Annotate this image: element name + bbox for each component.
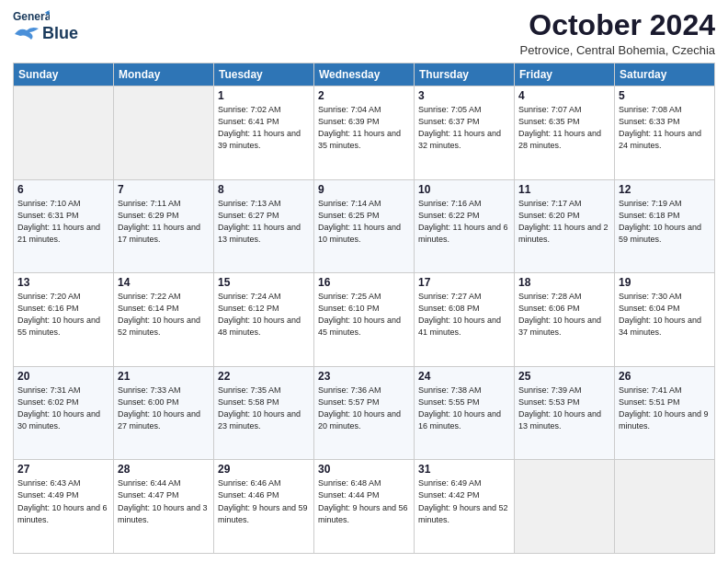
day-number: 20 (17, 370, 109, 383)
day-info: Sunrise: 7:41 AMSunset: 5:51 PMDaylight:… (619, 385, 711, 432)
table-row: 2Sunrise: 7:04 AMSunset: 6:39 PMDaylight… (314, 86, 415, 180)
table-row: 3Sunrise: 7:05 AMSunset: 6:37 PMDaylight… (415, 86, 515, 180)
day-info: Sunrise: 6:48 AMSunset: 4:44 PMDaylight:… (318, 477, 410, 525)
col-saturday: Saturday (615, 63, 715, 86)
table-row: 19Sunrise: 7:30 AMSunset: 6:04 PMDayligh… (615, 273, 715, 367)
title-block: October 2024 Petrovice, Central Bohemia,… (520, 9, 715, 57)
day-info: Sunrise: 7:24 AMSunset: 6:12 PMDaylight:… (218, 291, 310, 339)
col-thursday: Thursday (415, 63, 515, 86)
table-row: 28Sunrise: 6:44 AMSunset: 4:47 PMDayligh… (114, 460, 214, 554)
day-info: Sunrise: 7:28 AMSunset: 6:06 PMDaylight:… (518, 291, 610, 339)
day-info: Sunrise: 7:13 AMSunset: 6:27 PMDaylight:… (218, 198, 310, 246)
col-friday: Friday (515, 63, 615, 86)
day-info: Sunrise: 7:31 AMSunset: 6:02 PMDaylight:… (17, 385, 109, 432)
table-row: 21Sunrise: 7:33 AMSunset: 6:00 PMDayligh… (114, 366, 214, 460)
day-info: Sunrise: 7:35 AMSunset: 5:58 PMDaylight:… (218, 385, 310, 432)
day-number: 17 (418, 276, 510, 289)
logo-text: Blue (42, 24, 78, 43)
logo: General Blue (13, 9, 78, 43)
calendar-week-2: 13Sunrise: 7:20 AMSunset: 6:16 PMDayligh… (14, 273, 715, 367)
calendar-week-1: 6Sunrise: 7:10 AMSunset: 6:31 PMDaylight… (14, 179, 715, 273)
day-number: 27 (17, 463, 109, 476)
table-row: 5Sunrise: 7:08 AMSunset: 6:33 PMDaylight… (615, 86, 715, 180)
header-row: Sunday Monday Tuesday Wednesday Thursday… (14, 63, 715, 86)
day-number: 15 (218, 276, 310, 289)
calendar-week-3: 20Sunrise: 7:31 AMSunset: 6:02 PMDayligh… (14, 366, 715, 460)
table-row (14, 86, 114, 180)
table-row: 4Sunrise: 7:07 AMSunset: 6:35 PMDaylight… (515, 86, 615, 180)
col-wednesday: Wednesday (314, 63, 415, 86)
header: General Blue October 2024 Petrovice, Cen… (13, 9, 715, 57)
table-row: 7Sunrise: 7:11 AMSunset: 6:29 PMDaylight… (114, 179, 214, 273)
day-number: 16 (318, 276, 410, 289)
day-number: 18 (518, 276, 610, 289)
day-info: Sunrise: 7:22 AMSunset: 6:14 PMDaylight:… (118, 291, 210, 339)
day-info: Sunrise: 7:16 AMSunset: 6:22 PMDaylight:… (418, 198, 510, 246)
page: General Blue October 2024 Petrovice, Cen… (0, 0, 728, 563)
day-info: Sunrise: 7:38 AMSunset: 5:55 PMDaylight:… (418, 385, 510, 432)
day-number: 26 (619, 370, 711, 383)
day-number: 21 (118, 370, 210, 383)
day-info: Sunrise: 7:07 AMSunset: 6:35 PMDaylight:… (518, 104, 610, 152)
day-number: 25 (518, 370, 610, 383)
table-row: 9Sunrise: 7:14 AMSunset: 6:25 PMDaylight… (314, 179, 415, 273)
col-sunday: Sunday (14, 63, 114, 86)
day-number: 29 (218, 463, 310, 476)
table-row: 16Sunrise: 7:25 AMSunset: 6:10 PMDayligh… (314, 273, 415, 367)
day-info: Sunrise: 7:36 AMSunset: 5:57 PMDaylight:… (318, 385, 410, 432)
day-info: Sunrise: 7:05 AMSunset: 6:37 PMDaylight:… (418, 104, 510, 152)
table-row: 26Sunrise: 7:41 AMSunset: 5:51 PMDayligh… (615, 366, 715, 460)
table-row: 24Sunrise: 7:38 AMSunset: 5:55 PMDayligh… (415, 366, 515, 460)
day-info: Sunrise: 6:44 AMSunset: 4:47 PMDaylight:… (118, 477, 210, 525)
calendar-table: Sunday Monday Tuesday Wednesday Thursday… (13, 63, 715, 554)
day-info: Sunrise: 7:19 AMSunset: 6:18 PMDaylight:… (619, 198, 711, 246)
day-info: Sunrise: 6:49 AMSunset: 4:42 PMDaylight:… (418, 477, 510, 525)
day-info: Sunrise: 6:43 AMSunset: 4:49 PMDaylight:… (17, 477, 109, 525)
day-number: 2 (318, 89, 410, 102)
day-number: 14 (118, 276, 210, 289)
location: Petrovice, Central Bohemia, Czechia (520, 43, 715, 57)
table-row: 18Sunrise: 7:28 AMSunset: 6:06 PMDayligh… (515, 273, 615, 367)
day-info: Sunrise: 7:04 AMSunset: 6:39 PMDaylight:… (318, 104, 410, 152)
table-row: 27Sunrise: 6:43 AMSunset: 4:49 PMDayligh… (14, 460, 114, 554)
table-row: 31Sunrise: 6:49 AMSunset: 4:42 PMDayligh… (415, 460, 515, 554)
calendar-week-0: 1Sunrise: 7:02 AMSunset: 6:41 PMDaylight… (14, 86, 715, 180)
day-number: 19 (619, 276, 711, 289)
table-row: 30Sunrise: 6:48 AMSunset: 4:44 PMDayligh… (314, 460, 415, 554)
table-row: 12Sunrise: 7:19 AMSunset: 6:18 PMDayligh… (615, 179, 715, 273)
table-row: 11Sunrise: 7:17 AMSunset: 6:20 PMDayligh… (515, 179, 615, 273)
calendar-week-4: 27Sunrise: 6:43 AMSunset: 4:49 PMDayligh… (14, 460, 715, 554)
table-row: 23Sunrise: 7:36 AMSunset: 5:57 PMDayligh… (314, 366, 415, 460)
day-number: 7 (118, 183, 210, 196)
table-row (114, 86, 214, 180)
day-info: Sunrise: 7:11 AMSunset: 6:29 PMDaylight:… (118, 198, 210, 246)
day-number: 4 (518, 89, 610, 102)
day-number: 9 (318, 183, 410, 196)
svg-text:General: General (13, 10, 50, 23)
table-row: 20Sunrise: 7:31 AMSunset: 6:02 PMDayligh… (14, 366, 114, 460)
day-number: 24 (418, 370, 510, 383)
day-info: Sunrise: 7:27 AMSunset: 6:08 PMDaylight:… (418, 291, 510, 339)
day-number: 11 (518, 183, 610, 196)
day-number: 10 (418, 183, 510, 196)
table-row: 25Sunrise: 7:39 AMSunset: 5:53 PMDayligh… (515, 366, 615, 460)
day-number: 8 (218, 183, 310, 196)
day-number: 23 (318, 370, 410, 383)
day-number: 3 (418, 89, 510, 102)
day-info: Sunrise: 7:39 AMSunset: 5:53 PMDaylight:… (518, 385, 610, 432)
table-row (615, 460, 715, 554)
col-tuesday: Tuesday (214, 63, 314, 86)
day-info: Sunrise: 7:08 AMSunset: 6:33 PMDaylight:… (619, 104, 711, 152)
day-info: Sunrise: 7:25 AMSunset: 6:10 PMDaylight:… (318, 291, 410, 339)
table-row: 22Sunrise: 7:35 AMSunset: 5:58 PMDayligh… (214, 366, 314, 460)
table-row: 15Sunrise: 7:24 AMSunset: 6:12 PMDayligh… (214, 273, 314, 367)
col-monday: Monday (114, 63, 214, 86)
day-info: Sunrise: 6:46 AMSunset: 4:46 PMDaylight:… (218, 477, 310, 525)
day-info: Sunrise: 7:33 AMSunset: 6:00 PMDaylight:… (118, 385, 210, 432)
month-title: October 2024 (520, 9, 715, 41)
day-number: 22 (218, 370, 310, 383)
day-number: 31 (418, 463, 510, 476)
table-row: 6Sunrise: 7:10 AMSunset: 6:31 PMDaylight… (14, 179, 114, 273)
day-number: 12 (619, 183, 711, 196)
day-info: Sunrise: 7:02 AMSunset: 6:41 PMDaylight:… (218, 104, 310, 152)
